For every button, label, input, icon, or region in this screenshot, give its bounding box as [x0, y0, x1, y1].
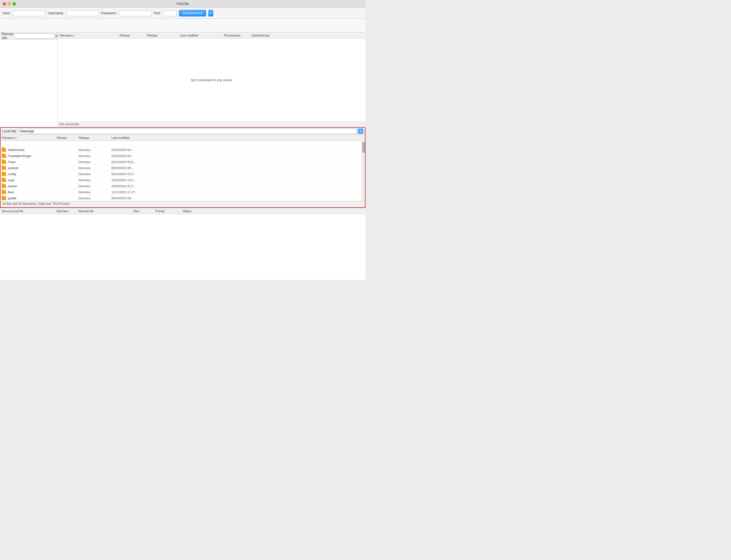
folder-icon [2, 154, 6, 158]
local-col-filesize[interactable]: Filesize [57, 136, 79, 139]
file-type: Directory [79, 154, 111, 158]
folder-icon [2, 148, 6, 152]
remote-site-header: Remote site: ▾ [0, 32, 57, 40]
local-scrollbar[interactable] [362, 141, 365, 201]
username-label: Username: [48, 11, 64, 15]
folder-icon [2, 172, 6, 176]
local-file-row[interactable]: .SwitchHosts Directory 02/02/2024 03:... [1, 147, 362, 153]
maximize-button[interactable] [13, 2, 16, 5]
file-name: .android [7, 166, 57, 170]
file-modified: 08/29/2023 09:... [111, 197, 361, 200]
message-log [0, 19, 366, 32]
file-name: .config [7, 172, 57, 176]
folder-icon [2, 166, 6, 170]
remote-site-dropdown[interactable]: ▾ [55, 33, 57, 38]
file-modified: 08/29/2023 09:... [111, 166, 361, 170]
app-title: FileZilla [177, 2, 189, 6]
file-name: .fleet [7, 191, 57, 194]
host-input[interactable] [13, 10, 46, 16]
folder-icon [2, 184, 6, 188]
remote-col-owner[interactable]: Owner/Group [251, 34, 284, 37]
quickconnect-button[interactable]: Quickconnect [179, 10, 206, 16]
transfer-col-priority: Priority [155, 209, 183, 213]
password-input[interactable] [119, 10, 152, 16]
local-file-list: .. .SwitchHosts Directory 02/02/2024 03:… [1, 141, 362, 201]
remote-col-permissions[interactable]: Permissions [224, 34, 251, 37]
local-sort-arrow-icon: ▲ [15, 136, 17, 139]
username-input[interactable] [66, 10, 99, 16]
local-file-list-container: .. .SwitchHosts Directory 02/02/2024 03:… [1, 141, 365, 201]
local-file-row[interactable]: .fleet Directory 12/11/2023 11:27... [1, 189, 362, 195]
folder-icon [2, 178, 6, 182]
close-button[interactable] [3, 2, 6, 5]
transfer-col-server: Server/Local file [2, 209, 57, 213]
remote-col-modified[interactable]: Last modified [180, 34, 224, 37]
folder-icon [2, 190, 6, 194]
password-label: Password: [101, 11, 117, 15]
local-file-row[interactable]: .android Directory 08/29/2023 09:... [1, 165, 362, 171]
local-status-bar: 19 files and 30 directories. Total size:… [1, 201, 365, 207]
window-controls [3, 2, 16, 5]
local-col-filetype[interactable]: Filetype [79, 136, 111, 139]
transfer-column-headers: Server/Local file Direction Remote file … [0, 208, 366, 214]
file-modified: 12/11/2023 11:27... [111, 191, 361, 194]
minimize-button[interactable] [8, 2, 11, 5]
file-type: Directory [79, 172, 111, 176]
remote-tree-panel: Remote site: ▾ [0, 32, 58, 127]
dropdown-arrow-icon: ▾ [210, 12, 211, 15]
transfer-col-status: Status [183, 209, 364, 213]
local-file-row[interactable]: .docker Directory 02/03/2024 21:5... [1, 183, 362, 189]
remote-col-filesize[interactable]: Filesize [120, 34, 147, 37]
local-column-headers: Filename ▲ Filesize Filetype Last modifi… [1, 135, 365, 141]
file-name: .TranslationPlugin [7, 154, 57, 158]
file-modified: 02/02/2024 04:... [111, 154, 361, 158]
remote-status: Not connected. [58, 122, 366, 127]
title-bar: FileZilla [0, 0, 366, 8]
file-modified: 10/26/2023 13:4... [111, 178, 361, 182]
main-split-pane: Remote site: ▾ Filename ▲ Filesize Filet… [0, 32, 366, 127]
file-modified: 02/02/2024 03:... [111, 148, 361, 152]
local-col-modified[interactable]: Last modified [111, 136, 364, 139]
local-file-row[interactable]: .TranslationPlugin Directory 02/02/2024 … [1, 153, 362, 159]
remote-col-filename[interactable]: Filename ▲ [59, 34, 120, 37]
sort-arrow-icon: ▲ [72, 34, 75, 37]
file-type: Directory [79, 166, 111, 170]
local-file-row[interactable]: .. [1, 141, 362, 147]
file-modified: 02/03/2024 21:5... [111, 184, 361, 188]
local-file-row[interactable]: .gradle Directory 08/29/2023 09:... [1, 195, 362, 201]
folder-icon [2, 160, 6, 164]
file-name: .docker [7, 184, 57, 188]
local-scrollbar-thumb[interactable] [362, 142, 365, 153]
file-type: Directory [79, 184, 111, 188]
transfer-col-remote: Remote file [79, 209, 133, 213]
local-path-input[interactable] [18, 128, 357, 134]
remote-site-label: Remote site: [2, 32, 13, 40]
port-label: Port: [154, 11, 161, 15]
local-site-label: Local site: [2, 129, 17, 133]
host-label: Host: [3, 11, 10, 15]
transfer-queue-panel: Server/Local file Direction Remote file … [0, 208, 366, 280]
remote-col-filetype[interactable]: Filetype [147, 34, 180, 37]
local-file-row[interactable]: .cups Directory 10/26/2023 13:4... [1, 177, 362, 183]
local-file-row[interactable]: .Trash Directory 03/12/2024 00:5... [1, 159, 362, 165]
transfer-col-direction: Direction [57, 209, 79, 213]
local-col-filename[interactable]: Filename ▲ [2, 136, 57, 139]
file-type: Directory [79, 191, 111, 194]
file-modified: 03/10/2024 23:3... [111, 172, 361, 176]
local-file-row[interactable]: .config Directory 03/10/2024 23:3... [1, 171, 362, 177]
file-name: .gradle [7, 197, 57, 200]
remote-not-connected: Not connected to any server [58, 38, 366, 122]
file-type: Directory [79, 148, 111, 152]
local-path-dropdown[interactable]: ▾ [358, 128, 363, 134]
remote-file-panel: Filename ▲ Filesize Filetype Last modifi… [58, 32, 366, 127]
file-type: Directory [79, 197, 111, 200]
transfer-col-size: Size [133, 209, 155, 213]
folder-icon [2, 196, 6, 200]
remote-site-input[interactable] [14, 33, 54, 38]
remote-column-headers: Filename ▲ Filesize Filetype Last modifi… [58, 32, 366, 38]
file-name: .SwitchHosts [7, 148, 57, 152]
quickconnect-dropdown[interactable]: ▾ [208, 10, 213, 16]
port-input[interactable] [163, 10, 177, 16]
local-site-section: Local site: ▾ Filename ▲ Filesize Filety… [0, 127, 366, 208]
file-modified: 03/12/2024 00:5... [111, 160, 361, 164]
